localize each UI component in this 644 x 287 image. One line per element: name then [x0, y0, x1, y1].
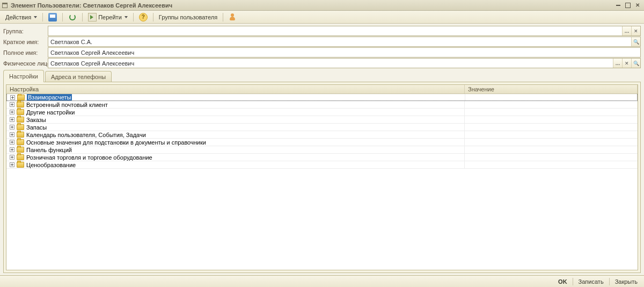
refresh-button[interactable] — [65, 12, 80, 23]
row-label: Заказы — [26, 117, 46, 123]
person-input[interactable] — [48, 59, 613, 68]
save-button[interactable]: Записать — [576, 277, 606, 286]
dropdown-arrow-icon — [125, 16, 128, 18]
table-row[interactable]: Панель функций — [6, 146, 638, 154]
tab-panel: Настройка Значение ВзаиморасчетыВстроенн… — [3, 82, 641, 273]
toolbar-separator — [153, 13, 153, 21]
dropdown-arrow-icon — [34, 16, 37, 18]
fullname-input[interactable] — [48, 48, 640, 57]
close-button[interactable]: Закрыть — [613, 277, 640, 286]
window-titlebar: Элемент Пользователи: Светлаков Сергей А… — [0, 0, 644, 11]
column-header-value[interactable]: Значение — [465, 85, 638, 94]
expand-icon[interactable] — [10, 132, 14, 137]
row-label: Розничная торговля и торговое оборудован… — [26, 154, 152, 161]
row-label: Ценообразование — [26, 162, 76, 168]
footer-bar: OK Записать Закрыть — [0, 275, 644, 287]
row-label: Панель функций — [26, 147, 72, 153]
expand-icon[interactable] — [10, 140, 14, 145]
toolbar-separator — [62, 13, 63, 21]
actions-menu-button[interactable]: Действия — [2, 12, 40, 23]
table-row[interactable]: Розничная торговля и торговое оборудован… — [6, 154, 638, 161]
table-row[interactable]: Взаиморасчеты — [6, 94, 638, 101]
expand-icon[interactable] — [10, 155, 14, 160]
user-icon — [229, 13, 237, 21]
goto-menu-button[interactable]: Перейти — [85, 12, 131, 23]
row-label: Основные значения для подстановки в доку… — [26, 139, 206, 146]
grid-header: Настройка Значение — [6, 85, 638, 94]
window-icon — [2, 3, 9, 8]
shortname-lookup-button[interactable] — [631, 37, 640, 46]
table-row[interactable]: Календарь пользователя, События, Задачи — [6, 131, 638, 139]
tab-settings[interactable]: Настройки — [3, 70, 44, 82]
footer-separator — [609, 278, 610, 285]
folder-icon — [17, 124, 24, 130]
folder-icon — [17, 139, 24, 145]
person-select-button[interactable] — [613, 59, 622, 68]
expand-icon[interactable] — [10, 110, 14, 114]
maximize-button[interactable] — [624, 2, 632, 9]
folder-icon — [17, 102, 24, 107]
table-row[interactable]: Основные значения для подстановки в доку… — [6, 139, 638, 146]
actions-menu-label: Действия — [5, 14, 31, 20]
window-title: Элемент Пользователи: Светлаков Сергей А… — [11, 2, 172, 9]
group-clear-button[interactable] — [631, 26, 640, 35]
person-field[interactable] — [48, 58, 641, 68]
folder-icon — [17, 154, 24, 160]
expand-icon[interactable] — [10, 147, 14, 152]
grid-body[interactable]: ВзаиморасчетыВстроенный почтовый клиентД… — [6, 94, 638, 270]
group-input[interactable] — [48, 26, 622, 35]
fullname-field[interactable] — [48, 47, 641, 58]
folder-icon — [17, 117, 24, 123]
user-button[interactable] — [225, 12, 240, 23]
folder-icon — [17, 109, 24, 115]
shortname-field[interactable] — [48, 37, 641, 47]
expand-icon[interactable] — [10, 102, 14, 107]
expand-icon[interactable] — [10, 117, 14, 122]
toolbar-separator — [42, 13, 43, 21]
folder-icon — [17, 132, 24, 138]
ok-button[interactable]: OK — [556, 277, 569, 286]
toolbar: Действия Перейти Группы пользователя — [0, 11, 644, 24]
table-row[interactable]: Другие настройки — [6, 109, 638, 116]
help-button[interactable] — [136, 12, 151, 23]
settings-grid: Настройка Значение ВзаиморасчетыВстроенн… — [6, 84, 638, 270]
toolbar-separator — [133, 13, 134, 21]
folder-icon — [17, 95, 25, 101]
expand-icon[interactable] — [10, 162, 14, 167]
user-groups-button[interactable]: Группы пользователя — [156, 12, 221, 23]
folder-icon — [17, 162, 24, 168]
toolbar-separator — [223, 13, 223, 21]
window-close-button[interactable] — [633, 2, 642, 9]
expand-icon[interactable] — [10, 125, 14, 130]
form-area: Группа: Краткое имя: Полное имя: Физичес… — [0, 24, 644, 69]
column-header-setting[interactable]: Настройка — [6, 85, 465, 94]
folder-icon — [17, 147, 24, 153]
group-select-button[interactable] — [622, 26, 631, 35]
save-button[interactable] — [45, 12, 60, 23]
disk-icon — [48, 13, 57, 21]
table-row[interactable]: Встроенный почтовый клиент — [6, 101, 638, 109]
refresh-icon — [69, 14, 76, 20]
tab-addresses[interactable]: Адреса и телефоны — [45, 71, 112, 82]
goto-menu-label: Перейти — [98, 14, 122, 20]
navigate-icon — [88, 13, 97, 21]
fullname-label: Полное имя: — [3, 49, 48, 56]
shortname-label: Краткое имя: — [3, 39, 48, 45]
user-groups-label: Группы пользователя — [159, 14, 217, 20]
minimize-button[interactable] — [614, 2, 623, 9]
expand-icon[interactable] — [10, 95, 15, 100]
table-row[interactable]: Заказы — [6, 116, 638, 124]
group-field[interactable] — [48, 26, 641, 36]
row-label: Календарь пользователя, События, Задачи — [26, 132, 146, 138]
row-label: Запасы — [26, 124, 47, 131]
row-label: Взаиморасчеты — [27, 94, 72, 101]
person-clear-button[interactable] — [622, 59, 631, 68]
table-row[interactable]: Запасы — [6, 124, 638, 131]
row-label: Встроенный почтовый клиент — [26, 102, 108, 108]
help-icon — [139, 13, 148, 21]
row-label: Другие настройки — [26, 109, 75, 116]
person-lookup-button[interactable] — [631, 59, 640, 68]
group-label: Группа: — [3, 28, 48, 34]
table-row[interactable]: Ценообразование — [6, 161, 638, 169]
shortname-input[interactable] — [48, 37, 631, 46]
